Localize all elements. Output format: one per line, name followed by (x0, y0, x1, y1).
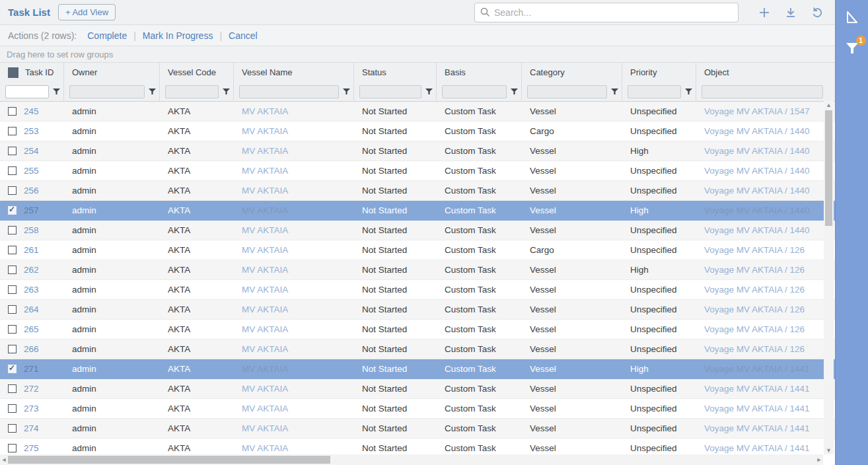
filter-task-id[interactable] (5, 85, 49, 98)
row-checkbox[interactable] (8, 444, 17, 452)
task-id-link[interactable]: 254 (24, 146, 39, 156)
object-link[interactable]: Voyage MV AKTAIA / 1441 (704, 443, 810, 453)
task-id-link[interactable]: 272 (24, 384, 39, 394)
add-icon[interactable] (754, 3, 774, 22)
header-status[interactable]: Status (354, 63, 437, 82)
task-id-link[interactable]: 275 (24, 443, 39, 453)
table-row[interactable]: 273 admin AKTA MV AKTAIA Not Started Cus… (0, 399, 835, 419)
row-checkbox[interactable] (8, 107, 17, 116)
filter-funnel-icon[interactable] (339, 88, 353, 95)
scroll-down-arrow-icon[interactable]: ▼ (826, 447, 832, 454)
filter-priority[interactable] (628, 85, 681, 98)
vessel-name-link[interactable]: MV AKTAIA (242, 443, 288, 453)
object-link[interactable]: Voyage MV AKTAIA / 1441 (704, 364, 810, 374)
table-row[interactable]: 264 admin AKTA MV AKTAIA Not Started Cus… (0, 300, 835, 320)
filter-funnel-icon[interactable] (607, 88, 622, 95)
row-checkbox[interactable] (8, 285, 17, 294)
object-link[interactable]: Voyage MV AKTAIA / 126 (704, 304, 805, 314)
header-object[interactable]: Object (696, 63, 823, 82)
filter-vessel-name[interactable] (239, 85, 339, 98)
task-id-link[interactable]: 255 (24, 166, 39, 176)
table-row[interactable]: 257 admin AKTA MV AKTAIA Not Started Cus… (0, 201, 835, 221)
object-link[interactable]: Voyage MV AKTAIA / 126 (704, 285, 805, 295)
row-groups-dropzone[interactable]: Drag here to set row groups (0, 46, 835, 63)
task-id-link[interactable]: 264 (24, 304, 39, 314)
object-link[interactable]: Voyage MV AKTAIA / 1441 (704, 404, 810, 413)
vessel-name-link[interactable]: MV AKTAIA (242, 106, 288, 116)
task-id-link[interactable]: 265 (24, 324, 39, 334)
row-checkbox[interactable] (8, 226, 17, 234)
object-link[interactable]: Voyage MV AKTAIA / 1440 (704, 146, 810, 156)
table-row[interactable]: 275 admin AKTA MV AKTAIA Not Started Cus… (0, 439, 835, 455)
object-link[interactable]: Voyage MV AKTAIA / 1547 (704, 106, 810, 116)
vessel-name-link[interactable]: MV AKTAIA (242, 225, 288, 235)
task-id-link[interactable]: 253 (24, 126, 39, 136)
filter-funnel-icon[interactable] (421, 88, 436, 95)
row-checkbox[interactable] (8, 325, 17, 334)
action-cancel[interactable]: Cancel (229, 30, 258, 41)
row-checkbox[interactable] (8, 365, 17, 373)
table-row[interactable]: 265 admin AKTA MV AKTAIA Not Started Cus… (0, 320, 835, 340)
select-all-checkbox[interactable] (8, 67, 18, 78)
object-link[interactable]: Voyage MV AKTAIA / 1440 (704, 166, 810, 176)
header-priority[interactable]: Priority (622, 63, 696, 82)
table-row[interactable]: 266 admin AKTA MV AKTAIA Not Started Cus… (0, 340, 835, 359)
table-row[interactable]: 261 admin AKTA MV AKTAIA Not Started Cus… (0, 240, 835, 260)
scroll-up-arrow-icon[interactable]: ▲ (826, 101, 832, 109)
task-id-link[interactable]: 266 (24, 344, 39, 354)
header-owner[interactable]: Owner (64, 63, 160, 82)
header-task-id[interactable]: Task ID (0, 63, 64, 82)
table-row[interactable]: 255 admin AKTA MV AKTAIA Not Started Cus… (0, 161, 835, 181)
horizontal-scrollbar[interactable]: ◄ ► (0, 454, 823, 465)
row-checkbox[interactable] (8, 246, 17, 254)
row-checkbox[interactable] (8, 206, 17, 215)
vessel-name-link[interactable]: MV AKTAIA (242, 245, 288, 255)
object-link[interactable]: Voyage MV AKTAIA / 1441 (704, 384, 810, 394)
vessel-name-link[interactable]: MV AKTAIA (242, 126, 288, 136)
table-row[interactable]: 245 admin AKTA MV AKTAIA Not Started Cus… (0, 102, 835, 122)
task-id-link[interactable]: 262 (24, 265, 39, 275)
search-box[interactable] (474, 3, 739, 22)
filter-status[interactable] (359, 85, 421, 98)
table-row[interactable]: 253 admin AKTA MV AKTAIA Not Started Cus… (0, 122, 835, 141)
vessel-name-link[interactable]: MV AKTAIA (242, 205, 288, 215)
filter-owner[interactable] (69, 85, 145, 98)
table-row[interactable]: 272 admin AKTA MV AKTAIA Not Started Cus… (0, 379, 835, 399)
task-id-link[interactable]: 256 (24, 186, 39, 196)
row-checkbox[interactable] (8, 166, 17, 175)
vessel-name-link[interactable]: MV AKTAIA (242, 265, 288, 275)
vessel-name-link[interactable]: MV AKTAIA (242, 146, 288, 156)
task-id-link[interactable]: 258 (24, 225, 39, 235)
row-checkbox[interactable] (8, 384, 17, 393)
vessel-name-link[interactable]: MV AKTAIA (242, 423, 288, 433)
object-link[interactable]: Voyage MV AKTAIA / 1440 (704, 205, 810, 215)
vessel-name-link[interactable]: MV AKTAIA (242, 404, 288, 413)
header-basis[interactable]: Basis (437, 63, 522, 82)
add-view-button[interactable]: + Add View (58, 4, 116, 20)
task-id-link[interactable]: 273 (24, 404, 39, 413)
header-vessel-name[interactable]: Vessel Name (234, 63, 354, 82)
scroll-right-arrow-icon[interactable]: ► (815, 456, 823, 463)
download-icon-button[interactable] (781, 3, 801, 22)
object-link[interactable]: Voyage MV AKTAIA / 126 (704, 344, 805, 354)
vessel-name-link[interactable]: MV AKTAIA (242, 384, 288, 394)
object-link[interactable]: Voyage MV AKTAIA / 1440 (704, 186, 810, 196)
table-row[interactable]: 254 admin AKTA MV AKTAIA Not Started Cus… (0, 141, 835, 161)
vessel-name-link[interactable]: MV AKTAIA (242, 344, 288, 354)
header-vessel-code[interactable]: Vessel Code (160, 63, 234, 82)
vessel-name-link[interactable]: MV AKTAIA (242, 166, 288, 176)
task-id-link[interactable]: 274 (24, 423, 39, 433)
filter-funnel-icon[interactable] (49, 88, 63, 95)
row-checkbox[interactable] (8, 127, 17, 135)
object-link[interactable]: Voyage MV AKTAIA / 126 (704, 324, 805, 334)
task-id-link[interactable]: 271 (24, 364, 39, 374)
horizontal-scrollbar-thumb[interactable] (8, 456, 330, 464)
table-row[interactable]: 262 admin AKTA MV AKTAIA Not Started Cus… (0, 260, 835, 280)
task-id-link[interactable]: 263 (24, 285, 39, 295)
table-row[interactable]: 274 admin AKTA MV AKTAIA Not Started Cus… (0, 419, 835, 439)
row-checkbox[interactable] (8, 305, 17, 314)
table-row[interactable]: 271 admin AKTA MV AKTAIA Not Started Cus… (0, 359, 835, 379)
filter-funnel-icon[interactable] (145, 88, 159, 95)
filter-funnel-icon[interactable] (681, 88, 696, 95)
filter-basis[interactable] (442, 85, 507, 98)
